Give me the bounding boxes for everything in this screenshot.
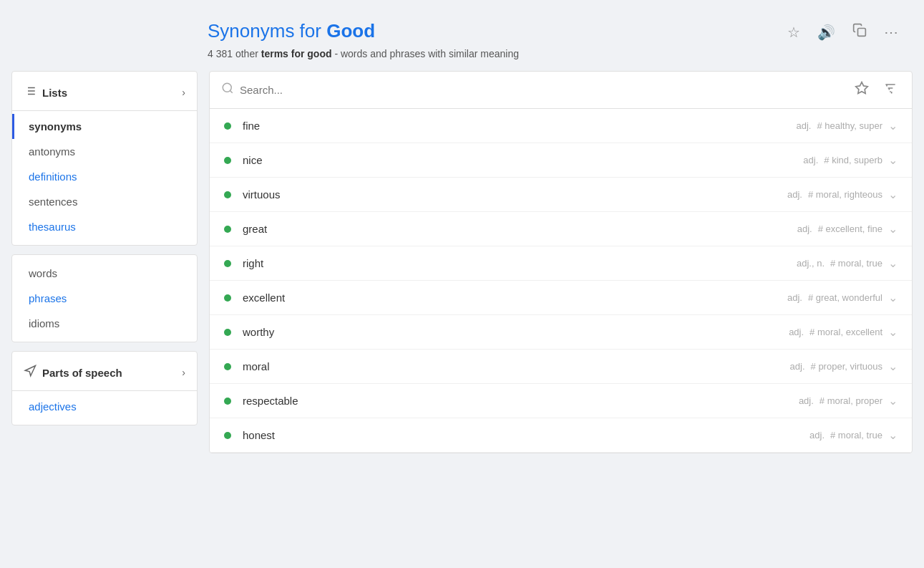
word-text: virtuous — [243, 188, 787, 201]
divider — [12, 110, 197, 111]
word-row[interactable]: nice adj. # kind, superb ⌄ — [210, 143, 912, 178]
subtitle-middle: other — [233, 48, 261, 59]
word-pos: adj. — [787, 292, 802, 303]
word-meta: adj., n. # moral, true — [797, 258, 882, 269]
main-content: fine adj. # healthy, super ⌄ nice adj. #… — [209, 71, 913, 453]
lists-icon — [24, 85, 37, 100]
sidebar-item-adjectives[interactable]: adjectives — [12, 394, 197, 419]
word-pos: adj. — [796, 120, 811, 131]
audio-button[interactable]: 🔊 — [814, 21, 838, 44]
word-expand-icon[interactable]: ⌄ — [888, 188, 898, 201]
word-row[interactable]: right adj., n. # moral, true ⌄ — [210, 246, 912, 281]
word-tags: # great, wonderful — [808, 292, 882, 303]
word-pos: adj., n. — [797, 258, 825, 269]
sidebar-nav: synonyms antonyms definitions sentences … — [12, 114, 197, 239]
relevance-dot — [224, 398, 231, 405]
word-expand-icon[interactable]: ⌄ — [888, 360, 898, 373]
sidebar-item-phrases[interactable]: phrases — [12, 286, 197, 311]
word-text: excellent — [243, 292, 787, 304]
word-pos: adj. — [789, 327, 804, 337]
word-expand-icon[interactable]: ⌄ — [888, 325, 898, 339]
sidebar-item-words[interactable]: words — [12, 261, 197, 286]
search-actions — [852, 78, 900, 102]
word-meta: adj. # kind, superb — [803, 155, 882, 165]
word-expand-icon[interactable]: ⌄ — [888, 153, 898, 167]
relevance-dot — [224, 226, 231, 233]
word-row[interactable]: fine adj. # healthy, super ⌄ — [210, 109, 912, 143]
word-row[interactable]: moral adj. # proper, virtuous ⌄ — [210, 350, 912, 384]
word-text: honest — [243, 429, 809, 441]
word-meta: adj. # moral, proper — [799, 395, 882, 406]
word-tags: # moral, true — [830, 258, 882, 269]
search-input[interactable] — [240, 84, 846, 96]
word-meta: adj. # moral, true — [809, 430, 882, 441]
word-tags: # excellent, fine — [818, 223, 882, 234]
title-prefix: Synonyms for — [208, 20, 326, 42]
parts-of-speech-section: Parts of speech › adjectives — [11, 351, 198, 425]
word-meta: adj. # great, wonderful — [787, 292, 882, 303]
sidebar-item-antonyms[interactable]: antonyms — [12, 139, 197, 164]
word-pos: adj. — [787, 189, 802, 200]
word-list: fine adj. # healthy, super ⌄ nice adj. #… — [210, 109, 912, 453]
lists-chevron-icon: › — [182, 87, 185, 98]
sidebar-item-synonyms[interactable]: synonyms — [12, 114, 197, 139]
word-meta: adj. # proper, virtuous — [790, 361, 882, 372]
subtitle-suffix: - words and phrases with similar meaning — [332, 48, 519, 59]
word-pos: adj. — [803, 155, 818, 165]
search-icon — [221, 82, 234, 98]
svg-line-9 — [230, 90, 232, 92]
pos-header[interactable]: Parts of speech › — [12, 357, 197, 388]
sidebar-item-definitions[interactable]: definitions — [12, 164, 197, 189]
main-layout: Lists › synonyms antonyms definitions se… — [0, 71, 924, 453]
header-actions: ☆ 🔊 ⋯ — [784, 20, 901, 44]
word-meta: adj. # excellent, fine — [797, 223, 882, 234]
title-word: Good — [326, 20, 375, 42]
word-text: respectable — [243, 395, 799, 407]
word-expand-icon[interactable]: ⌄ — [888, 222, 898, 236]
word-row[interactable]: virtuous adj. # moral, righteous ⌄ — [210, 178, 912, 212]
word-pos: adj. — [790, 361, 805, 372]
divider2 — [12, 390, 197, 391]
relevance-dot — [224, 363, 231, 370]
word-expand-icon[interactable]: ⌄ — [888, 428, 898, 442]
word-meta: adj. # healthy, super — [796, 120, 882, 131]
word-pos: adj. — [809, 430, 825, 441]
word-tags: # moral, true — [830, 430, 882, 441]
word-tags: # moral, proper — [820, 395, 882, 406]
pos-chevron-icon: › — [182, 367, 185, 378]
relevance-dot — [224, 157, 231, 164]
subtitle-count: 4 381 — [208, 48, 233, 59]
star-button[interactable]: ☆ — [784, 21, 803, 44]
relevance-dot — [224, 432, 231, 439]
word-row[interactable]: respectable adj. # moral, proper ⌄ — [210, 384, 912, 418]
svg-marker-7 — [25, 366, 35, 376]
sidebar-item-sentences[interactable]: sentences — [12, 189, 197, 214]
word-expand-icon[interactable]: ⌄ — [888, 119, 898, 133]
sidebar-item-idioms[interactable]: idioms — [12, 311, 197, 336]
lists-header[interactable]: Lists › — [12, 77, 197, 107]
copy-button[interactable] — [850, 20, 870, 44]
word-expand-icon[interactable]: ⌄ — [888, 394, 898, 408]
word-row[interactable]: great adj. # excellent, fine ⌄ — [210, 212, 912, 246]
sidebar-item-thesaurus[interactable]: thesaurus — [12, 214, 197, 239]
word-row[interactable]: worthy adj. # moral, excellent ⌄ — [210, 315, 912, 350]
svg-marker-10 — [856, 82, 868, 94]
relevance-dot — [224, 191, 231, 198]
word-row[interactable]: excellent adj. # great, wonderful ⌄ — [210, 281, 912, 315]
word-text: worthy — [243, 326, 789, 338]
svg-point-8 — [223, 83, 231, 92]
word-row[interactable]: honest adj. # moral, true ⌄ — [210, 418, 912, 453]
search-bar — [210, 72, 912, 109]
filter-button[interactable] — [880, 78, 900, 102]
word-text: fine — [243, 120, 796, 132]
word-tags: # healthy, super — [817, 120, 882, 131]
word-meta: adj. # moral, excellent — [789, 327, 882, 337]
relevance-dot — [224, 329, 231, 336]
word-expand-icon[interactable]: ⌄ — [888, 256, 898, 270]
word-meta: adj. # moral, righteous — [787, 189, 882, 200]
sort-button[interactable] — [852, 78, 872, 102]
word-text: right — [243, 257, 797, 269]
more-button[interactable]: ⋯ — [881, 21, 901, 44]
word-pos: adj. — [797, 223, 812, 234]
word-expand-icon[interactable]: ⌄ — [888, 291, 898, 304]
